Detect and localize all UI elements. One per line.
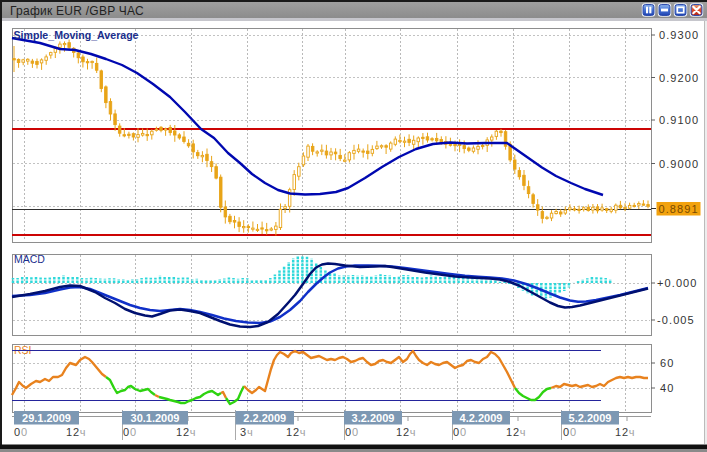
svg-text:12ч: 12ч — [615, 426, 635, 438]
svg-text:-0.005: -0.005 — [657, 314, 695, 326]
svg-text:40: 40 — [660, 382, 674, 394]
svg-text:12ч: 12ч — [396, 426, 416, 438]
svg-text:00: 00 — [345, 426, 359, 438]
svg-text:0.9200: 0.9200 — [659, 72, 699, 84]
svg-text:0.9300: 0.9300 — [659, 29, 699, 41]
svg-text:0.8891: 0.8891 — [659, 203, 699, 215]
svg-text:График EUR /GBP ЧАС: График EUR /GBP ЧАС — [10, 4, 144, 18]
svg-text:00: 00 — [563, 426, 577, 438]
svg-text:0.9000: 0.9000 — [659, 158, 699, 170]
svg-text:30.1.2009: 30.1.2009 — [131, 412, 180, 424]
svg-text:3ч: 3ч — [240, 426, 253, 438]
svg-text:12ч: 12ч — [286, 426, 306, 438]
svg-text:12ч: 12ч — [176, 426, 196, 438]
svg-text:00: 00 — [453, 426, 467, 438]
svg-text:0.9100: 0.9100 — [659, 114, 699, 126]
svg-text:12ч: 12ч — [506, 426, 526, 438]
svg-text:4.2.2009: 4.2.2009 — [460, 412, 503, 424]
svg-text:+0.000: +0.000 — [657, 277, 698, 289]
svg-text:12ч: 12ч — [66, 426, 86, 438]
svg-text:5.2.2009: 5.2.2009 — [569, 412, 612, 424]
svg-text:00: 00 — [123, 426, 137, 438]
svg-text:00: 00 — [14, 426, 28, 438]
svg-text:3.2.2009: 3.2.2009 — [352, 412, 395, 424]
svg-text:Simple_Moving_Average: Simple_Moving_Average — [14, 29, 139, 41]
svg-text:2.2.2009: 2.2.2009 — [243, 412, 286, 424]
svg-text:60: 60 — [660, 357, 674, 369]
svg-text:MACD: MACD — [14, 253, 45, 265]
svg-text:29.1.2009: 29.1.2009 — [22, 412, 71, 424]
